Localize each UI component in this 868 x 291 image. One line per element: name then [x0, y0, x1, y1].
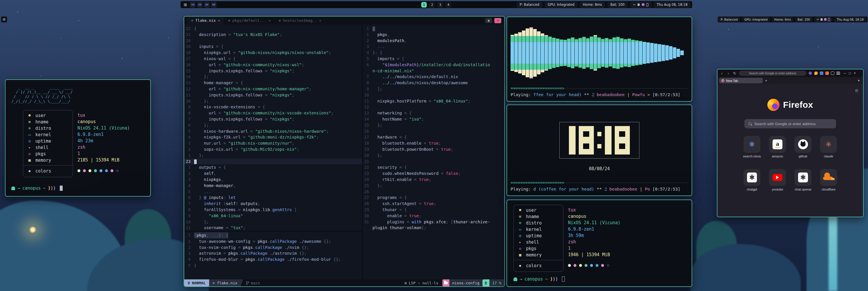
extension-icon-2[interactable]: [814, 71, 818, 75]
editor-pane-isoimage[interactable]: 1{1 pkgs,2 modulesPath,3 ...4}: {5 impor…: [363, 24, 504, 280]
shortcut-tile[interactable]: ✱chatgpt: [744, 169, 761, 186]
line-number: 16: [184, 62, 194, 68]
code-token: ${modulesPath}: [385, 62, 419, 67]
tab-close-icon[interactable]: ×: [218, 18, 220, 23]
window-icon[interactable]: $W: [211, 2, 216, 7]
url-bar[interactable]: Search with Google or enter address: [739, 70, 806, 76]
buffer-close-button[interactable]: ×: [494, 18, 501, 23]
color-swatch: [568, 264, 571, 267]
tab-close-icon[interactable]: ×: [268, 18, 271, 23]
app-menu-icon[interactable]: ⊞: [182, 2, 189, 7]
code-token: bluetooth.enable: [382, 141, 422, 146]
back-button[interactable]: ‹: [720, 71, 724, 76]
forward-button[interactable]: ›: [726, 71, 731, 76]
code-token: [194, 251, 199, 256]
fetch-key: hname: [526, 213, 539, 220]
tab-hosts-isoimage[interactable]: ❄ hosts/isoImag.. ×: [275, 17, 325, 24]
workspace-3[interactable]: 3: [437, 2, 443, 7]
uptime-icon: ◷: [518, 233, 523, 239]
code-token: [194, 141, 204, 146]
shell-prompt[interactable]: → canopus ~ ))): [11, 185, 145, 191]
youtube-tile-box[interactable]: [769, 169, 786, 186]
buffer-toggle-button[interactable]: ◑: [485, 18, 492, 23]
tray-icons[interactable]: ✂ Ƀ: [814, 17, 833, 22]
window-icon[interactable]: $W: [190, 2, 195, 7]
code-token: nixpkgs.hostPlatform: [377, 99, 427, 104]
code-token: [194, 32, 199, 37]
code-token: forAllSystems: [204, 207, 236, 212]
window-icon[interactable]: $W: [197, 2, 203, 7]
search-input[interactable]: Search with Google or enter address: [744, 119, 836, 128]
code-token: =: [439, 171, 446, 176]
shortcut-tile[interactable]: cloudflare: [820, 169, 837, 186]
github-tile-box[interactable]: [795, 136, 811, 153]
code-token: true: [409, 213, 419, 218]
shortcut-tile[interactable]: youtube: [769, 169, 786, 186]
fetch-separator: [514, 260, 563, 260]
tray-icons[interactable]: ✂ Ƀ: [630, 2, 651, 7]
cloudflare-tile-box[interactable]: [820, 169, 837, 186]
code-token: [194, 153, 199, 158]
tab-flake-nix[interactable]: ❄ flake.nix ×: [187, 17, 224, 24]
line-number: 1: [363, 26, 372, 32]
extension-icon-1[interactable]: [808, 71, 812, 75]
code-token: security: [377, 165, 397, 170]
workspace-2[interactable]: 2: [429, 2, 435, 7]
code-text: url = "github:nix-community/home-manager…: [194, 86, 312, 92]
close-button[interactable]: ×: [854, 71, 856, 75]
code-token: =: [402, 117, 409, 121]
tab-close-icon[interactable]: ×: [319, 18, 321, 23]
extension-icon-5[interactable]: [831, 71, 834, 75]
amazon-tile-box[interactable]: a: [769, 136, 786, 153]
extension-icon-4[interactable]: [825, 71, 829, 75]
workspace-4[interactable]: 4: [445, 2, 451, 7]
code-line: 10: [363, 92, 504, 98]
code-token: ; [: [446, 220, 453, 224]
editor-pane-flake[interactable]: 22{21 description = "tux's NixOS Flake";…: [184, 24, 362, 231]
shortcut-tile[interactable]: ❄search.nixos: [744, 136, 761, 153]
line-number: 12: [363, 104, 372, 110]
code-line: 3 nur.url = "github:nix-community/nur";: [184, 140, 362, 146]
maximize-button[interactable]: □: [849, 71, 851, 75]
line-number: 7: [184, 116, 194, 122]
minimize-button[interactable]: –: [844, 71, 846, 75]
code-line: 17 nixos-wsl = {: [184, 56, 362, 62]
claude-tile-box[interactable]: ✳: [820, 136, 837, 153]
chatgpt-tile-box[interactable]: ✱: [744, 169, 761, 186]
chat.openai-tile-box[interactable]: ✱: [795, 169, 811, 186]
code-text: nixpkgs.url = "github:nixos/nixpkgs/nixo…: [194, 50, 331, 56]
shortcut-tile[interactable]: ✳claude: [820, 136, 837, 153]
tab-list-dropdown[interactable]: ▾: [858, 79, 861, 83]
editor-pane-pkgs[interactable]: 1{pkgs, ...}: {1 tux-awesome-wm-config =…: [184, 231, 362, 280]
code-token: ": [382, 62, 385, 67]
line-number: 21: [363, 158, 372, 165]
extension-icon-3[interactable]: [820, 71, 823, 75]
shortcut-tile[interactable]: github: [795, 136, 811, 153]
code-token: outputs: [199, 165, 216, 170]
code-token: nixos-hardware.url: [204, 129, 248, 134]
window-icon[interactable]: $W: [204, 2, 210, 7]
search.nixos-tile-box[interactable]: ❄: [744, 136, 761, 153]
color-swatch: [601, 264, 604, 267]
reload-button[interactable]: ↻: [733, 71, 737, 76]
fetch-key: distro: [35, 125, 51, 132]
code-token: username: [204, 225, 223, 230]
new-tab-button[interactable]: +: [765, 79, 767, 83]
tab-new-tab[interactable]: New Tab: [719, 78, 763, 83]
workspace-1[interactable]: 1: [421, 2, 427, 7]
shortcut-tile[interactable]: ✱chat.openai: [795, 169, 811, 186]
personalize-gear-icon[interactable]: ⚙: [855, 88, 859, 93]
tab-pkgs-default[interactable]: ❄ pkgs/default... ×: [224, 17, 275, 24]
code-token: nixpkgs-f2k.url: [204, 135, 241, 139]
line-number: 6: [184, 195, 194, 201]
app-menu-icon-left[interactable]: ⊞: [1, 17, 7, 22]
code-token: =: [216, 87, 223, 91]
fetch-value: 6.9.8-zen1: [78, 131, 130, 138]
shortcut-tile[interactable]: aamazon: [769, 136, 786, 153]
shell-prompt[interactable]: → canopus ~ ))): [514, 277, 685, 282]
line-number: 30: [363, 213, 372, 219]
menu-button[interactable]: [836, 72, 840, 75]
fetch-row: ▦memory: [23, 157, 72, 164]
code-token: [194, 190, 204, 194]
code-token: =: [250, 239, 258, 244]
